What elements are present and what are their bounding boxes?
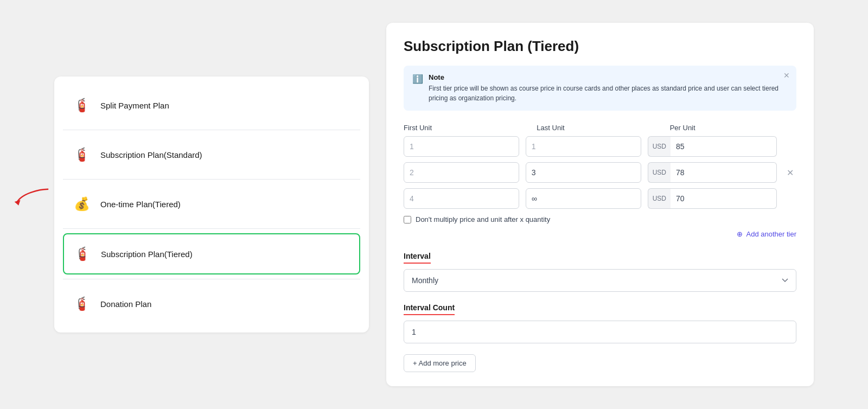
tier-3-last-unit[interactable] xyxy=(526,188,641,209)
table-row: USD ✕ xyxy=(404,162,796,183)
per-unit-header: Per Unit xyxy=(670,124,796,132)
plan-item-subscription-tiered[interactable]: 🧯 Subscription Plan(Tiered) xyxy=(63,233,360,274)
multiply-checkbox-label: Don't multiply price and unit after x qu… xyxy=(416,215,550,223)
plan-item-donation[interactable]: 🧯 Donation Plan xyxy=(63,284,360,324)
interval-select[interactable]: Monthly Weekly Yearly Daily xyxy=(404,269,796,292)
tier-3-per-unit[interactable] xyxy=(671,188,777,209)
split-payment-icon: 🧯 xyxy=(72,95,92,115)
first-unit-header: First Unit xyxy=(404,124,530,132)
tier-2-delete-button[interactable]: ✕ xyxy=(783,166,796,179)
interval-count-input[interactable] xyxy=(404,321,796,343)
subscription-standard-label: Subscription Plan(Standard) xyxy=(100,150,202,159)
plan-item-one-time-tiered[interactable]: 💰 One-time Plan(Tiered) xyxy=(63,184,360,224)
multiply-checkbox-row: Don't multiply price and unit after x qu… xyxy=(404,215,796,223)
tier-3-currency: USD xyxy=(648,188,671,209)
tier-3-first-unit[interactable] xyxy=(404,188,519,209)
interval-count-label: Interval Count xyxy=(404,303,455,315)
interval-count-section: Interval Count xyxy=(404,303,796,343)
page-title: Subscription Plan (Tiered) xyxy=(404,38,796,55)
tier-2-per-unit[interactable] xyxy=(671,162,777,183)
add-more-price-button[interactable]: + Add more price xyxy=(404,354,476,372)
tier-headers: First Unit Last Unit Per Unit xyxy=(404,124,796,132)
add-tier-button[interactable]: ⊕ Add another tier xyxy=(737,230,796,238)
pointer-arrow xyxy=(11,180,54,209)
subscription-tiered-label: Subscription Plan(Tiered) xyxy=(101,250,193,259)
tier-2-currency: USD xyxy=(648,162,671,183)
table-row: USD ✕ xyxy=(404,136,796,157)
subscription-tiered-icon: 🧯 xyxy=(73,244,92,264)
plan-item-subscription-standard[interactable]: 🧯 Subscription Plan(Standard) xyxy=(63,135,360,175)
subscription-standard-icon: 🧯 xyxy=(72,145,92,164)
note-text: First tier price will be shown as course… xyxy=(429,84,788,103)
tier-2-first-unit[interactable] xyxy=(404,162,519,183)
tier-1-last-unit[interactable] xyxy=(526,136,641,157)
note-close-button[interactable]: ✕ xyxy=(783,71,790,80)
donation-icon: 🧯 xyxy=(72,294,92,314)
add-tier-label: Add another tier xyxy=(746,230,796,238)
one-time-tiered-icon: 💰 xyxy=(72,194,92,214)
tier-1-per-unit[interactable] xyxy=(671,136,777,157)
note-title: Note xyxy=(429,73,788,81)
tier-1-first-unit[interactable] xyxy=(404,136,519,157)
table-row: USD ✕ xyxy=(404,188,796,209)
interval-label: Interval xyxy=(404,252,431,264)
tier-1-currency: USD xyxy=(648,136,671,157)
add-tier-icon: ⊕ xyxy=(737,230,743,238)
one-time-tiered-label: One-time Plan(Tiered) xyxy=(100,200,181,209)
last-unit-header: Last Unit xyxy=(537,124,663,132)
add-more-price-label: + Add more price xyxy=(413,359,467,367)
interval-section: Interval Monthly Weekly Yearly Daily xyxy=(404,251,796,292)
plan-item-split-payment[interactable]: 🧯 Split Payment Plan xyxy=(63,85,360,125)
tier-2-last-unit[interactable] xyxy=(526,162,641,183)
info-icon: ℹ️ xyxy=(412,74,423,84)
donation-label: Donation Plan xyxy=(100,299,151,309)
right-panel: Subscription Plan (Tiered) ℹ️ Note First… xyxy=(386,23,814,386)
split-payment-label: Split Payment Plan xyxy=(100,101,169,110)
tier-rows: USD ✕ USD ✕ xyxy=(404,136,796,209)
note-box: ℹ️ Note First tier price will be shown a… xyxy=(404,66,796,111)
plan-list: 🧯 Split Payment Plan 🧯 Subscription Plan… xyxy=(54,76,369,333)
multiply-checkbox[interactable] xyxy=(404,216,411,223)
add-tier-row: ⊕ Add another tier xyxy=(404,230,796,238)
